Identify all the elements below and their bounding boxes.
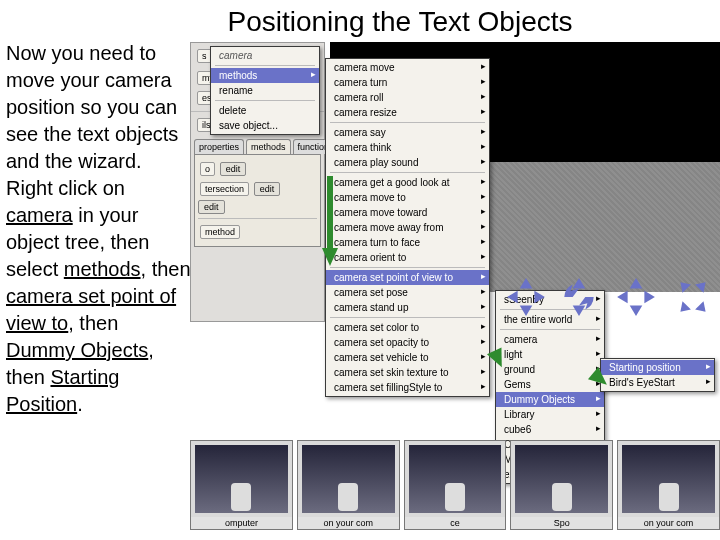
- menu-item[interactable]: Starting position: [601, 360, 714, 375]
- panel-tabs: properties methods functions: [191, 136, 324, 154]
- thumbnail[interactable]: Spo: [510, 440, 613, 530]
- menu-item[interactable]: light: [496, 347, 604, 362]
- ctx-item-delete[interactable]: delete: [211, 103, 319, 118]
- menu-item[interactable]: camera think: [326, 140, 489, 155]
- menu-item[interactable]: camera move away from: [326, 220, 489, 235]
- svg-marker-11: [695, 282, 706, 293]
- thumbnail[interactable]: omputer: [190, 440, 293, 530]
- svg-marker-2: [507, 291, 517, 304]
- menu-item[interactable]: camera set vehicle to: [326, 350, 489, 365]
- svg-marker-3: [534, 291, 545, 304]
- svg-marker-4: [573, 278, 586, 289]
- scene-thumbnails: omputer on your com ce Spo on your com: [190, 440, 720, 530]
- submenu-dummy: Starting positionBird's EyeStart: [600, 358, 715, 392]
- menu-item[interactable]: camera turn to face: [326, 235, 489, 250]
- svg-marker-9: [644, 291, 655, 304]
- svg-marker-5: [573, 305, 586, 316]
- menu-item[interactable]: camera move to: [326, 190, 489, 205]
- svg-marker-0: [520, 278, 533, 289]
- svg-marker-6: [630, 278, 643, 289]
- menu-item[interactable]: camera set point of view to: [326, 270, 489, 285]
- camera-tilt-compass-icon[interactable]: [615, 276, 657, 318]
- svg-marker-13: [695, 301, 706, 312]
- page-title: Positioning the Text Objects: [0, 0, 720, 40]
- menu-item[interactable]: camera turn: [326, 75, 489, 90]
- menu-item[interactable]: camera move toward: [326, 205, 489, 220]
- svg-marker-12: [680, 301, 691, 312]
- menu-item[interactable]: ground: [496, 362, 604, 377]
- arrow-indicator-icon: [322, 248, 338, 266]
- menu-item[interactable]: camera set fillingStyle to: [326, 380, 489, 395]
- svg-marker-8: [617, 291, 628, 304]
- menu-item[interactable]: Bird's EyeStart: [601, 375, 714, 390]
- menu-item[interactable]: camera play sound: [326, 155, 489, 170]
- instruction-text: Now you need to move your camera positio…: [6, 40, 191, 418]
- menu-item[interactable]: Dummy Objects: [496, 392, 604, 407]
- svg-marker-7: [630, 305, 643, 316]
- menu-item[interactable]: camera: [496, 332, 604, 347]
- menu-item[interactable]: camera get a good look at: [326, 175, 489, 190]
- menu-item[interactable]: camera move: [326, 60, 489, 75]
- create-method-chip[interactable]: method: [200, 225, 240, 239]
- ctx-item-methods[interactable]: methods: [211, 68, 319, 83]
- thumbnail[interactable]: on your com: [297, 440, 400, 530]
- menu-item[interactable]: camera set opacity to: [326, 335, 489, 350]
- submenu-methods: camera movecamera turncamera rollcamera …: [325, 58, 490, 397]
- camera-orbit-compass-icon[interactable]: [672, 276, 714, 318]
- camera-turn-compass-icon[interactable]: [558, 276, 600, 318]
- context-menu: camera methods rename delete save object…: [210, 46, 320, 135]
- menu-item[interactable]: camera set color to: [326, 320, 489, 335]
- thumbnail[interactable]: ce: [404, 440, 507, 530]
- menu-item[interactable]: camera say: [326, 125, 489, 140]
- menu-item[interactable]: camera roll: [326, 90, 489, 105]
- menu-item[interactable]: camera set pose: [326, 285, 489, 300]
- menu-item[interactable]: Library: [496, 407, 604, 422]
- method-chip[interactable]: tersection: [200, 182, 249, 196]
- menu-item[interactable]: cube6: [496, 422, 604, 437]
- edit-button[interactable]: edit: [254, 182, 281, 196]
- menu-item[interactable]: camera orient to: [326, 250, 489, 265]
- svg-marker-10: [680, 282, 691, 293]
- menu-item[interactable]: camera stand up: [326, 300, 489, 315]
- camera-move-compass-icon[interactable]: [505, 276, 547, 318]
- ctx-title: camera: [211, 48, 319, 63]
- edit-button[interactable]: edit: [198, 200, 225, 214]
- tab-methods[interactable]: methods: [246, 139, 291, 154]
- ctx-item-rename[interactable]: rename: [211, 83, 319, 98]
- thumbnail[interactable]: on your com: [617, 440, 720, 530]
- method-chip[interactable]: o: [200, 162, 215, 176]
- menu-item[interactable]: camera set skin texture to: [326, 365, 489, 380]
- tab-properties[interactable]: properties: [194, 139, 244, 154]
- svg-marker-1: [520, 305, 533, 316]
- menu-item[interactable]: camera resize: [326, 105, 489, 120]
- ctx-item-save[interactable]: save object...: [211, 118, 319, 133]
- edit-button[interactable]: edit: [220, 162, 247, 176]
